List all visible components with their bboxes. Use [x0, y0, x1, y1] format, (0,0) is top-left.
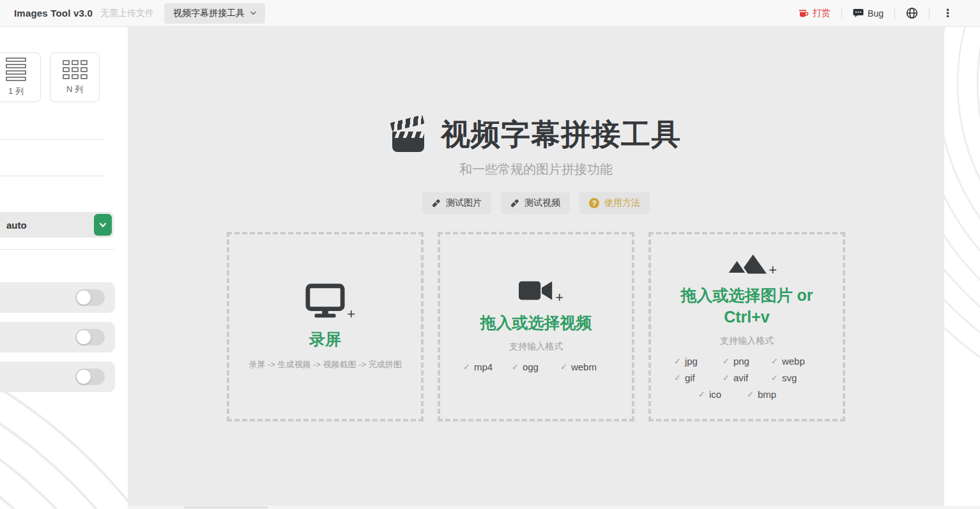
rows-icon — [6, 57, 26, 81]
select-expand-button[interactable] — [94, 214, 112, 236]
sidebar-divider — [0, 139, 105, 140]
check-icon: ✓ — [771, 354, 778, 368]
toggle-knob — [77, 291, 91, 305]
hero-buttons: 测试图片 测试视频 ? 使用方法 — [422, 192, 650, 214]
chevron-down-icon — [250, 10, 256, 16]
layout-1col-label: 1 列 — [8, 86, 24, 97]
test-video-label: 测试视频 — [524, 197, 560, 209]
globe-icon — [906, 7, 918, 19]
app-title: Images Tool v3.0 — [14, 8, 93, 19]
kebab-menu-button[interactable]: ⋮ — [930, 8, 966, 19]
speech-bubble-icon — [853, 8, 864, 18]
format-item: ✓bmp — [747, 388, 795, 402]
test-image-button[interactable]: 测试图片 — [422, 192, 491, 214]
format-item: ✓webm — [560, 360, 609, 374]
zone-caption: 录屏 -> 生成视频 -> 视频截图 -> 完成拼图 — [249, 359, 401, 370]
monitor-icon: + — [305, 283, 345, 319]
check-icon: ✓ — [512, 360, 519, 374]
formats-label: 支持输入格式 — [720, 335, 774, 347]
language-button[interactable] — [895, 7, 929, 19]
check-icon: ✓ — [747, 388, 754, 402]
question-icon: ? — [589, 198, 599, 208]
grid-icon — [63, 60, 88, 79]
format-name: svg — [782, 371, 797, 385]
bug-label: Bug — [868, 8, 884, 19]
toggle-switch[interactable] — [75, 289, 105, 306]
layout-1col-button[interactable]: 1 列 — [0, 52, 41, 102]
format-item: ✓avif — [723, 371, 771, 385]
format-item: ✓png — [723, 354, 771, 368]
page-subtitle: 和一些常规的图片拼接功能 — [459, 161, 613, 178]
check-icon: ✓ — [674, 354, 681, 368]
topbar: Images Tool v3.0 无需上传文件 视频字幕拼接工具 打赏 Bug — [0, 0, 980, 27]
test-tube-icon — [510, 199, 519, 208]
formats-label: 支持输入格式 — [509, 341, 563, 353]
format-name: avif — [733, 371, 748, 385]
check-icon: ✓ — [723, 354, 730, 368]
plus-icon: + — [555, 291, 563, 305]
test-video-button[interactable]: 测试视频 — [501, 192, 570, 214]
toggle-row — [0, 322, 115, 353]
check-icon: ✓ — [723, 371, 730, 385]
format-item: ✓svg — [771, 371, 820, 385]
tool-select-value: 视频字幕拼接工具 — [173, 8, 245, 19]
format-item: ✓ico — [698, 388, 747, 402]
toggle-row — [0, 361, 115, 392]
sidebar-divider — [0, 249, 115, 250]
toggle-knob — [77, 330, 91, 344]
format-item: ✓gif — [674, 371, 723, 385]
format-name: gif — [685, 371, 695, 385]
column-mode-select[interactable]: auto — [0, 212, 114, 238]
select-value: auto — [0, 220, 27, 231]
format-item: ✓mp4 — [463, 360, 512, 374]
check-icon: ✓ — [698, 388, 705, 402]
bug-report-button[interactable]: Bug — [842, 8, 894, 19]
tool-select-dropdown[interactable]: 视频字幕拼接工具 — [164, 3, 265, 24]
format-name: ogg — [523, 360, 539, 374]
format-name: png — [733, 354, 749, 368]
format-list: ✓mp4✓ogg✓webm — [463, 360, 609, 374]
toggle-switch[interactable] — [75, 329, 105, 346]
drop-zones: + 录屏 录屏 -> 生成视频 -> 视频截图 -> 完成拼图 + 拖入或选择视… — [128, 232, 944, 422]
format-item: ✓jpg — [674, 354, 723, 368]
image-mountain-icon: + — [727, 252, 767, 275]
zone-title: 拖入或选择视频 — [480, 312, 592, 334]
app-tagline: 无需上传文件 — [100, 8, 154, 19]
hero: 视频字幕拼接工具 和一些常规的图片拼接功能 测试图片 测试视频 ? 使用方法 — [128, 27, 944, 214]
toggle-switch[interactable] — [75, 368, 105, 385]
zone-title: 拖入或选择图片 or Ctrl+v — [671, 285, 822, 328]
format-item: ✓webp — [771, 354, 820, 368]
chevron-down-icon — [99, 221, 107, 229]
toggle-row — [0, 282, 115, 313]
main-panel: 视频字幕拼接工具 和一些常规的图片拼接功能 测试图片 测试视频 ? 使用方法 — [128, 27, 944, 506]
format-name: jpg — [685, 354, 698, 368]
coffee-cup-icon — [799, 8, 809, 19]
clapperboard-icon — [391, 116, 428, 153]
dropzone-screen-record[interactable]: + 录屏 录屏 -> 生成视频 -> 视频截图 -> 完成拼图 — [227, 232, 424, 422]
sidebar-divider — [0, 176, 105, 176]
format-item: ✓ogg — [512, 360, 560, 374]
format-name: bmp — [758, 388, 776, 402]
donate-button[interactable]: 打赏 — [788, 8, 841, 19]
check-icon: ✓ — [463, 360, 470, 374]
zone-title: 录屏 — [309, 329, 341, 351]
horizontal-scrollbar[interactable] — [128, 506, 980, 509]
test-image-label: 测试图片 — [446, 197, 482, 209]
topbar-actions: 打赏 Bug ⋮ — [788, 7, 966, 19]
video-camera-icon: + — [519, 279, 553, 302]
format-name: ico — [709, 388, 721, 402]
page-title: 视频字幕拼接工具 — [441, 115, 681, 155]
layout-ncol-button[interactable]: N 列 — [50, 52, 100, 102]
format-name: webp — [782, 354, 805, 368]
format-name: mp4 — [474, 360, 493, 374]
help-label: 使用方法 — [604, 197, 640, 209]
layout-cards: 1 列 N 列 — [0, 52, 100, 102]
dropzone-image[interactable]: + 拖入或选择图片 or Ctrl+v 支持输入格式 ✓jpg✓png✓webp… — [648, 232, 845, 422]
toggle-knob — [77, 370, 91, 384]
dropzone-video[interactable]: + 拖入或选择视频 支持输入格式 ✓mp4✓ogg✓webm — [438, 232, 634, 422]
scrollbar-thumb[interactable] — [184, 506, 268, 508]
help-button[interactable]: ? 使用方法 — [579, 192, 650, 214]
plus-icon: + — [769, 263, 777, 277]
test-tube-icon — [432, 199, 441, 208]
title-row: 视频字幕拼接工具 — [391, 115, 681, 155]
